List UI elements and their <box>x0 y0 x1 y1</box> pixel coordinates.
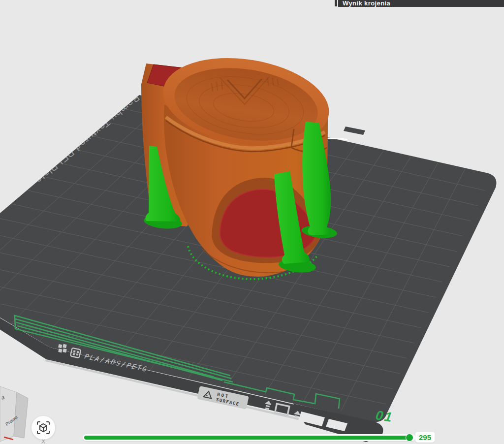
plate-number-label: 01 <box>375 408 394 425</box>
layer-slider-handle[interactable] <box>406 434 413 442</box>
panel-title: Wynik krojenia <box>338 0 390 7</box>
slicing-result-panel-header: Wynik krojenia <box>338 0 504 7</box>
viewport-3d[interactable]: Bambu Textured PEI Plate PLA/ABS/PETG <box>0 0 504 444</box>
layer-value-badge: 295 <box>415 432 435 443</box>
plate-back-tab <box>344 127 365 135</box>
panel-edge <box>335 0 337 6</box>
layer-slider[interactable]: 295 <box>79 431 443 444</box>
scene-3d[interactable]: Bambu Textured PEI Plate PLA/ABS/PETG <box>0 0 504 444</box>
fit-view-button[interactable] <box>32 416 55 440</box>
fit-view-icon <box>35 420 51 436</box>
layer-slider-fill <box>84 436 410 440</box>
